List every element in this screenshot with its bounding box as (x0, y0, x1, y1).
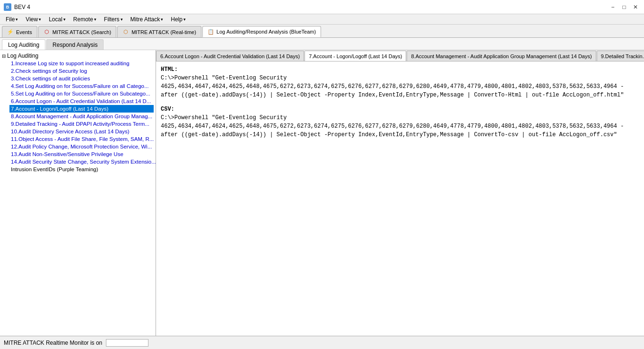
tab-mitre-search[interactable]: ⬡ MITRE ATT&CK (Search) (38, 26, 116, 37)
app-title: BEV 4 (14, 4, 30, 10)
csv-section: CSV: C:\>Powershell "Get-Eventlog Securi… (161, 105, 639, 139)
tree-item-3[interactable]: 3.Check settings of audit policies (9, 75, 154, 82)
status-text: MITRE ATTACK Realtime Monitor is on (4, 340, 102, 346)
tree-item-15[interactable]: Intrusion EventIDs (Purple Teaming) (9, 166, 154, 173)
html-code: C:\>Powershell "Get-Eventlog Security 46… (161, 74, 639, 99)
left-panel: ⊟ Log Auditing 1.Increase Log size to su… (0, 50, 156, 336)
tab-log-auditing[interactable]: 📋 Log Auditing/Respond Analysis (BlueTea… (202, 26, 321, 37)
menu-mitre-attack[interactable]: Mitre Attack ▾ (127, 14, 167, 24)
chevron-down-icon: ▾ (161, 17, 163, 22)
tree-item-9[interactable]: 9.Detailed Tracking - Audit DPAPI Activi… (9, 120, 154, 128)
content-tab-bar: 6.Account Logon - Audit Credential Valid… (156, 50, 644, 61)
content-tab-8[interactable]: 8.Account Management - Audit Application… (407, 51, 596, 61)
content-tab-6[interactable]: 6.Account Logon - Audit Credential Valid… (156, 51, 304, 61)
status-bar: MITRE ATTACK Realtime Monitor is on (0, 336, 644, 349)
menu-filters[interactable]: Filters ▾ (100, 14, 127, 24)
html-label: HTML: (161, 65, 639, 74)
tree-item-6[interactable]: 6.Account Logon - Audit Credential Valid… (9, 97, 154, 105)
tree-item-1[interactable]: 1.Increase Log size to support increased… (9, 60, 154, 67)
menu-local[interactable]: Local ▾ (45, 14, 70, 24)
status-monitor-indicator (106, 339, 148, 347)
sub-tab-bar: Log Auditing Respond Analysis (0, 38, 644, 50)
maximize-button[interactable]: □ (619, 3, 629, 11)
tree-root: ⊟ Log Auditing 1.Increase Log size to su… (2, 52, 154, 173)
title-bar: B BEV 4 − □ ✕ (0, 0, 644, 14)
tree-items: 1.Increase Log size to support increased… (2, 60, 154, 173)
right-panel: 6.Account Logon - Audit Credential Valid… (156, 50, 644, 336)
main-container: ⊟ Log Auditing 1.Increase Log size to su… (0, 50, 644, 336)
content-tab-7[interactable]: 7.Account - Logon/Logoff (Last 14 Days) (305, 51, 406, 61)
chevron-down-icon: ▾ (94, 17, 96, 22)
html-section: HTML: C:\>Powershell "Get-Eventlog Secur… (161, 65, 639, 99)
sub-tab-log-auditing[interactable]: Log Auditing (2, 39, 45, 50)
tree-item-8[interactable]: 8.Account Management - Audit Application… (9, 113, 154, 120)
title-bar-controls: − □ ✕ (608, 3, 640, 11)
mitre-realtime-icon: ⬡ (122, 29, 129, 35)
chevron-down-icon: ▾ (63, 17, 66, 22)
tree-item-2[interactable]: 2.Check settings of Security log (9, 67, 154, 75)
tab-bar: ⚡ Events ⬡ MITRE ATT&CK (Search) ⬡ MITRE… (0, 25, 644, 38)
content-tab-9[interactable]: 9.Detailed Trackin... (597, 51, 644, 61)
tree-item-14[interactable]: 14.Audit Security State Change, Security… (9, 158, 154, 166)
csv-label: CSV: (161, 105, 639, 113)
events-icon: ⚡ (7, 29, 14, 35)
tree-item-12[interactable]: 12.Audit Policy Change, Microsoft Protec… (9, 143, 154, 150)
tree-root-label: ⊟ Log Auditing (2, 52, 154, 60)
tree-item-13[interactable]: 13.Audit Non-Sensitive/Sensitive Privile… (9, 150, 154, 158)
chevron-down-icon: ▾ (16, 17, 18, 22)
app-icon: B (4, 3, 11, 11)
menu-help[interactable]: Help ▾ (167, 14, 190, 24)
tree-item-4[interactable]: 4.Set Log Auditing on for Success/Failur… (9, 82, 154, 90)
title-bar-left: B BEV 4 (4, 3, 30, 11)
chevron-down-icon: ▾ (39, 17, 41, 22)
chevron-down-icon: ▾ (183, 17, 186, 22)
content-area: HTML: C:\>Powershell "Get-Eventlog Secur… (156, 61, 644, 336)
minimize-button[interactable]: − (608, 3, 618, 11)
tab-mitre-realtime[interactable]: ⬡ MITRE ATT&CK (Real-time) (117, 26, 201, 37)
menu-view[interactable]: View ▾ (22, 14, 45, 24)
csv-code: C:\>Powershell "Get-Eventlog Security 46… (161, 113, 639, 139)
close-button[interactable]: ✕ (631, 3, 640, 11)
tab-events[interactable]: ⚡ Events (2, 26, 37, 37)
menu-file[interactable]: File ▾ (2, 14, 22, 24)
log-auditing-icon: 📋 (208, 28, 214, 35)
tree-item-7[interactable]: 7.Account - Logon/Logoff (Last 14 Days) (9, 105, 154, 113)
tree-collapse-icon[interactable]: ⊟ (2, 53, 6, 59)
menu-remote[interactable]: Remote ▾ (70, 14, 100, 24)
menu-bar: File ▾ View ▾ Local ▾ Remote ▾ Filters ▾… (0, 14, 644, 25)
tree-item-10[interactable]: 10.Audit Directory Service Access (Last … (9, 128, 154, 135)
chevron-down-icon: ▾ (121, 17, 123, 22)
sub-tab-respond-analysis[interactable]: Respond Analysis (46, 39, 104, 50)
mitre-search-icon: ⬡ (44, 29, 50, 35)
tree-item-11[interactable]: 11.Object Access - Audit File Share, Fil… (9, 135, 154, 143)
tree-item-5[interactable]: 5.Set Log Auditing on for Success/Failur… (9, 90, 154, 97)
